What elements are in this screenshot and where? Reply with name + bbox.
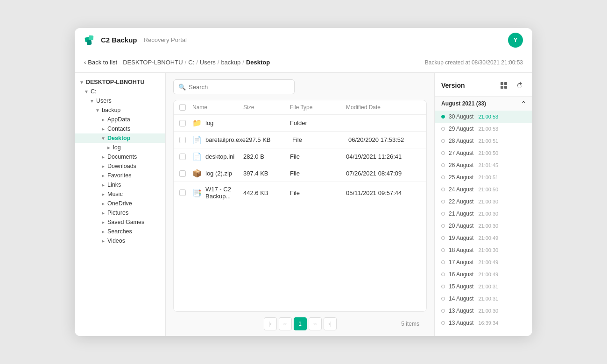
sidebar-root[interactable]: ▼ DESKTOP-LBNOHTU: [75, 77, 165, 87]
version-date-15: 14 August: [449, 295, 473, 302]
main-content: ▼ DESKTOP-LBNOHTU ▼ C: ▼ Users ▼ backup …: [75, 73, 532, 336]
back-to-list-link[interactable]: ‹ Back to list: [84, 59, 117, 66]
version-item-11[interactable]: 18 August 21:00:30: [435, 244, 532, 256]
col-check[interactable]: [179, 104, 192, 111]
sidebar-item-savedgames[interactable]: ► Saved Games: [75, 217, 165, 227]
sidebar-item-music[interactable]: ► Music: [75, 189, 165, 199]
prev-page-btn[interactable]: ‹‹: [279, 317, 292, 330]
file-icon: 📄: [192, 152, 202, 161]
version-item-2[interactable]: 28 August 21:00:51: [435, 135, 532, 147]
version-item-10[interactable]: 19 August 21:00:49: [435, 232, 532, 244]
select-all-checkbox[interactable]: [179, 104, 186, 111]
version-time-16: 21:00:30: [478, 308, 498, 314]
file-type: File: [292, 136, 348, 143]
sidebar-item-pictures[interactable]: ► Pictures: [75, 208, 165, 217]
version-date-1: 29 August: [449, 126, 473, 132]
bc-drive[interactable]: C:: [188, 59, 194, 66]
sidebar-item-c[interactable]: ▼ C:: [75, 87, 165, 96]
sidebar-pictures-label: Pictures: [106, 210, 128, 216]
sidebar-item-favorites[interactable]: ► Favorites: [75, 171, 165, 180]
sidebar-onedrive-label: OneDrive: [106, 200, 132, 207]
svg-rect-4: [504, 82, 507, 85]
first-page-btn[interactable]: |‹: [264, 317, 277, 330]
file-table-body: 📁 log Folder 📄 baretai: [174, 115, 426, 311]
version-group-header[interactable]: August 2021 (33) ⌃: [435, 97, 532, 111]
version-grid-btn[interactable]: [498, 79, 510, 91]
version-date-12: 17 August: [449, 259, 473, 266]
row-check[interactable]: [179, 137, 192, 143]
version-item-9[interactable]: 20 August 21:00:30: [435, 220, 532, 232]
last-page-btn[interactable]: ›|: [324, 317, 337, 330]
version-refresh-btn[interactable]: [514, 79, 526, 91]
file-modified: 06/20/2020 17:53:52: [348, 136, 423, 143]
version-date-4: 26 August: [449, 162, 473, 168]
version-item-17[interactable]: 13 August 16:39:34: [435, 317, 532, 329]
version-item-0[interactable]: 30 August 21:00:53: [435, 111, 532, 123]
sidebar-item-onedrive[interactable]: ► OneDrive: [75, 199, 165, 208]
sidebar-item-documents[interactable]: ► Documents: [75, 152, 165, 161]
next-page-btn[interactable]: ››: [309, 317, 322, 330]
sidebar-item-videos[interactable]: ► Videos: [75, 236, 165, 245]
row-check[interactable]: [179, 189, 192, 196]
version-item-13[interactable]: 16 August 21:00:49: [435, 268, 532, 280]
version-item-8[interactable]: 21 August 21:00:30: [435, 208, 532, 220]
row-check[interactable]: [179, 170, 192, 177]
pictures-arrow-icon: ►: [100, 210, 106, 216]
col-name: Name: [192, 104, 243, 111]
sidebar-item-desktop[interactable]: ▼ Desktop: [75, 133, 165, 143]
version-item-5[interactable]: 25 August 21:00:51: [435, 171, 532, 183]
sidebar-item-log[interactable]: ► log: [75, 143, 165, 152]
table-row[interactable]: 📄 baretailpro.exe 297.5 KB File 06/20/20…: [174, 132, 426, 148]
version-item-16[interactable]: 13 August 21:00:30: [435, 305, 532, 317]
links-arrow-icon: ►: [100, 182, 106, 188]
page-1-btn[interactable]: 1: [294, 317, 307, 330]
sidebar-c-label: C:: [90, 88, 97, 95]
search-bar[interactable]: 🔍: [173, 79, 295, 94]
svg-rect-3: [501, 82, 503, 85]
table-row[interactable]: 📑 W17 - C2 Backup... 442.6 KB File 05/11…: [174, 182, 426, 203]
sidebar-item-users[interactable]: ▼ Users: [75, 96, 165, 105]
c-arrow-icon: ▼: [83, 89, 90, 94]
search-input[interactable]: [189, 84, 289, 91]
bc-users[interactable]: Users: [200, 59, 216, 66]
sidebar-item-searches[interactable]: ► Searches: [75, 227, 165, 236]
row-check[interactable]: [179, 154, 192, 160]
version-item-4[interactable]: 26 August 21:01:45: [435, 159, 532, 171]
file-browser: 🔍 Name Size File Type Modified Date: [166, 73, 434, 336]
version-dot-0: [441, 115, 445, 119]
table-row[interactable]: 📁 log Folder: [174, 115, 426, 132]
file-name-cell: 📄 desktop.ini: [192, 152, 243, 161]
version-dot-14: [441, 285, 445, 288]
sidebar-item-links[interactable]: ► Links: [75, 180, 165, 189]
sidebar-item-downloads[interactable]: ► Downloads: [75, 161, 165, 171]
file-name: baretailpro.exe: [205, 136, 246, 143]
version-item-12[interactable]: 17 August 21:00:49: [435, 256, 532, 268]
bc-desktop[interactable]: Desktop: [246, 59, 270, 66]
version-item-7[interactable]: 22 August 21:00:30: [435, 196, 532, 208]
version-dot-9: [441, 224, 445, 228]
version-item-1[interactable]: 29 August 21:00:53: [435, 123, 532, 135]
table-row[interactable]: 📄 desktop.ini 282.0 B File 04/19/2021 11…: [174, 148, 426, 165]
svg-rect-1: [89, 35, 94, 40]
version-list: August 2021 (33) ⌃ 30 August 21:00:53 29…: [435, 97, 532, 336]
file-size: 397.4 KB: [243, 170, 290, 177]
version-item-14[interactable]: 15 August 21:00:31: [435, 280, 532, 293]
savedgames-arrow-icon: ►: [100, 220, 106, 225]
folder-icon: 📁: [192, 119, 202, 127]
sidebar-item-contacts[interactable]: ► Contacts: [75, 124, 165, 133]
backup-arrow-icon: ▼: [94, 108, 101, 113]
sidebar-users-label: Users: [95, 98, 112, 104]
row-check[interactable]: [179, 120, 192, 126]
search-icon: 🔍: [178, 84, 186, 91]
sidebar-item-appdata[interactable]: ► AppData: [75, 115, 165, 124]
version-item-3[interactable]: 27 August 21:00:50: [435, 147, 532, 159]
version-dot-12: [441, 260, 445, 264]
version-item-15[interactable]: 14 August 21:00:31: [435, 293, 532, 305]
version-time-9: 21:00:30: [478, 223, 498, 229]
sidebar-item-backup[interactable]: ▼ backup: [75, 105, 165, 115]
bc-backup[interactable]: backup: [221, 59, 240, 66]
bc-machine[interactable]: DESKTOP-LBNOHTU: [123, 59, 183, 66]
version-item-6[interactable]: 24 August 21:00:50: [435, 183, 532, 196]
table-row[interactable]: 📦 log (2).zip 397.4 KB File 07/26/2021 0…: [174, 165, 426, 182]
avatar[interactable]: Y: [508, 33, 523, 48]
